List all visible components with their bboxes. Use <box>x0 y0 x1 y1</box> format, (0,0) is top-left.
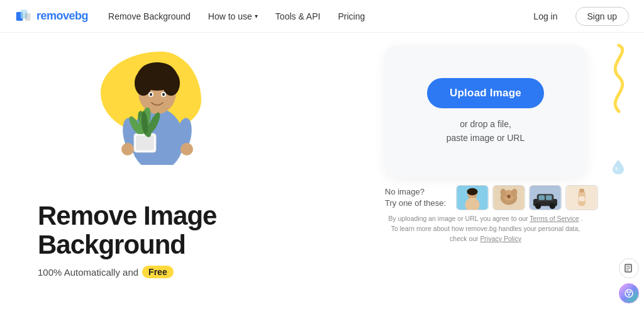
nav-pricing[interactable]: Pricing <box>338 11 365 21</box>
logo[interactable]: removebg <box>15 8 88 25</box>
nav-tools-api[interactable]: Tools & API <box>275 11 321 21</box>
fine-print: By uploading an image or URL you agree t… <box>385 214 586 244</box>
navbar: removebg Remove Background How to use ▾ … <box>0 0 644 33</box>
hero-title: Remove Image Background <box>38 201 216 259</box>
svg-rect-2 <box>25 13 31 20</box>
hero-person-image <box>107 39 208 165</box>
nav-remove-background[interactable]: Remove Background <box>108 11 191 21</box>
svg-point-52 <box>627 291 629 293</box>
drop-instructions: or drop a file, paste image or URL <box>447 117 525 145</box>
tos-link[interactable]: Terms of Service <box>530 215 579 222</box>
svg-point-35 <box>507 195 511 198</box>
book-icon-button[interactable] <box>619 258 639 278</box>
svg-point-53 <box>630 291 631 293</box>
hero-text: Remove Image Background 100% Automatical… <box>38 201 216 278</box>
main-content: Remove Image Background 100% Automatical… <box>0 33 644 316</box>
drop-decoration <box>611 159 625 178</box>
book-icon <box>624 263 634 273</box>
svg-point-16 <box>180 143 193 155</box>
svg-point-41 <box>535 203 541 210</box>
logo-icon <box>15 8 33 25</box>
nav-links: Remove Background How to use ▾ Tools & A… <box>108 11 526 21</box>
right-panel: Upload Image or drop a file, paste image… <box>327 33 644 316</box>
bottom-right-icons <box>619 258 639 303</box>
privacy-link[interactable]: Privacy Policy <box>480 235 521 242</box>
nav-right: Log in Sign up <box>526 7 629 26</box>
svg-rect-18 <box>136 135 154 150</box>
svg-point-29 <box>467 188 478 195</box>
sample-thumb-bottle[interactable] <box>565 185 598 210</box>
svg-point-12 <box>162 93 165 96</box>
left-panel: Remove Image Background 100% Automatical… <box>0 33 327 316</box>
sample-thumb-dog[interactable] <box>492 185 525 210</box>
svg-point-51 <box>625 290 633 297</box>
upload-dropzone[interactable]: Upload Image or drop a file, paste image… <box>385 45 586 178</box>
sample-images-strip: No image? Try one of these: <box>385 185 586 210</box>
hero-subtitle: 100% Automatically and Free <box>38 266 216 278</box>
free-badge: Free <box>142 266 174 278</box>
svg-rect-45 <box>579 189 584 193</box>
login-button[interactable]: Log in <box>526 8 565 25</box>
svg-point-8 <box>140 62 175 82</box>
no-image-label: No image? Try one of these: <box>385 186 446 209</box>
sample-thumb-person[interactable] <box>456 185 489 210</box>
svg-point-25 <box>615 167 618 171</box>
svg-rect-46 <box>579 196 585 201</box>
svg-rect-40 <box>546 195 552 200</box>
chevron-down-icon: ▾ <box>255 13 258 20</box>
svg-rect-39 <box>539 195 545 200</box>
sample-thumb-car[interactable] <box>529 185 562 210</box>
hero-image-area <box>88 39 226 171</box>
svg-point-11 <box>150 93 152 96</box>
brand-name: removebg <box>36 9 88 23</box>
person-illustration <box>109 42 206 165</box>
sample-thumbnails <box>456 185 598 210</box>
svg-point-42 <box>550 203 556 210</box>
nav-how-to-use[interactable]: How to use ▾ <box>208 11 258 21</box>
svg-point-54 <box>628 294 630 296</box>
paste-url-text: paste image or URL <box>447 133 525 143</box>
svg-point-15 <box>121 143 134 155</box>
upload-image-button[interactable]: Upload Image <box>427 78 544 108</box>
palette-icon-button[interactable] <box>619 283 639 303</box>
palette-icon <box>624 288 634 298</box>
signup-button[interactable]: Sign up <box>575 7 629 26</box>
